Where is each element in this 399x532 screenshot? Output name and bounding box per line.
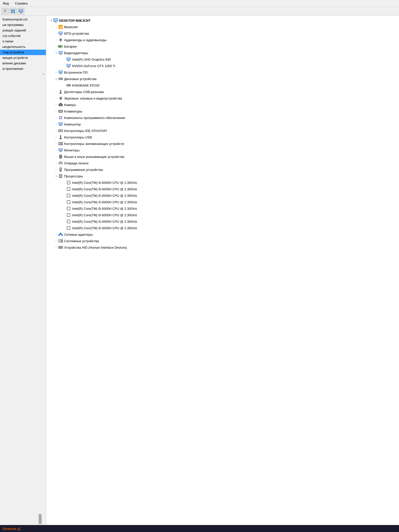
menu-vid[interactable]: Вид <box>2 1 10 6</box>
computer-expander[interactable]: › <box>54 122 58 126</box>
help-button[interactable]: ? <box>1 8 8 14</box>
tree-item-usb-hub[interactable]: › Диспетчеры USB-разъема <box>48 89 397 95</box>
hid-label: Устройства HID (Human Interface Devices) <box>64 246 127 249</box>
mtd-expander[interactable]: › <box>54 31 58 35</box>
tree-item-usb-ctrl[interactable]: › Контроллеры USB <box>48 134 397 140</box>
display-expander[interactable]: ∨ <box>54 51 58 55</box>
cpu-3-icon <box>66 200 71 205</box>
sidebar-item-devmanager[interactable]: тчер устройств <box>0 50 46 55</box>
cpu-6-expander <box>62 219 66 223</box>
computer-button[interactable] <box>17 8 24 14</box>
tree-item-battery[interactable]: › Батареи <box>48 43 397 50</box>
disk-icon <box>58 76 63 81</box>
sidebar-item-computer[interactable]: Компьютером (лс <box>0 17 46 22</box>
firmware-expander[interactable]: › <box>54 70 58 74</box>
tree-item-camera[interactable]: › Камеры <box>48 102 397 108</box>
tree-item-cpu-1[interactable]: Intel(R) Core(TM) i5-8300H CPU @ 2.30GHz <box>48 186 397 192</box>
svg-rect-57 <box>60 111 62 112</box>
audio-expander[interactable]: › <box>54 38 58 42</box>
tree-item-keyboard[interactable]: › Клавиатуры <box>48 108 397 114</box>
usb-ctrl-expander[interactable]: › <box>54 135 58 139</box>
svg-rect-77 <box>59 149 62 151</box>
tree-item-mouse[interactable]: › Мыши и иные указывающие устройства <box>48 153 397 160</box>
sidebar-expand-arrow[interactable]: > <box>0 72 46 77</box>
tree-item-hid[interactable]: › Устройства HID (Human Interface Device… <box>48 244 397 251</box>
svg-rect-97 <box>67 181 70 184</box>
svg-rect-22 <box>60 54 61 54</box>
bluetooth-expander[interactable]: › <box>54 25 58 29</box>
svg-rect-7 <box>20 13 22 13</box>
sound-expander[interactable]: › <box>54 96 58 100</box>
sidebar: Компьютером (лс ые программы ровщик зада… <box>0 16 46 525</box>
tree-item-bluetooth[interactable]: › 📶 Bluetooth <box>48 24 397 30</box>
tree-item-disk[interactable]: ∨ Дисковые устройства <box>48 76 397 82</box>
print-expander[interactable]: › <box>54 161 58 165</box>
disk-expander[interactable]: ∨ <box>54 77 58 81</box>
tree-item-monitors[interactable]: › Мониторы <box>48 147 397 153</box>
battery-expander[interactable]: › <box>54 44 58 48</box>
svg-rect-18 <box>59 46 61 47</box>
tree-item-prog-devices[interactable]: › Программные устройства <box>48 166 397 173</box>
tree-item-cpu-0[interactable]: Intel(R) Core(TM) i5-8300H CPU @ 2.30GHz <box>48 179 397 186</box>
usb-ctrl-icon <box>58 135 63 140</box>
system-expander[interactable]: › <box>54 239 58 243</box>
toolbar: ? <box>0 7 399 16</box>
hid-expander[interactable]: › <box>54 245 58 249</box>
components-expander[interactable]: › <box>54 116 58 120</box>
tree-item-system[interactable]: › Системные устройства <box>48 238 397 244</box>
sidebar-item-performance[interactable]: ьводительность <box>0 44 46 50</box>
keyboard-label: Клавиатуры <box>64 109 82 113</box>
tree-root-node[interactable]: ∨ DESKTOP-B0EJCNT <box>48 17 397 24</box>
tree-item-cpu-6[interactable]: Intel(R) Core(TM) i5-8300H CPU @ 2.30GHz <box>48 218 397 225</box>
sidebar-item-events[interactable]: отр событий <box>0 33 46 39</box>
keyboard-expander[interactable]: › <box>54 109 58 113</box>
sidebar-item-devices[interactable]: яющие устройств <box>0 55 46 61</box>
ide-expander[interactable]: › <box>54 129 58 133</box>
tree-item-cpu-4[interactable]: Intel(R) Core(TM) i5-8300H CPU @ 2.30GHz <box>48 205 397 212</box>
usb-hub-expander[interactable]: › <box>54 90 58 94</box>
tree-item-network[interactable]: › Сетевые адаптеры <box>48 231 397 238</box>
tree-item-audio[interactable]: › Аудиовходы и аудиовыходы <box>48 37 397 43</box>
tree-item-mtd[interactable]: › MTD-устройства <box>48 30 397 37</box>
tree-item-computer[interactable]: › Компьютер <box>48 121 397 127</box>
tree-item-cpu-7[interactable]: Intel(R) Core(TM) i5-8300H CPU @ 2.30GHz <box>48 225 397 231</box>
svg-rect-107 <box>61 234 63 236</box>
tree-item-nvidia[interactable]: NVIDIA GeForce GTX 1050 Ti <box>48 63 397 69</box>
svg-point-42 <box>69 85 70 86</box>
tree-item-intel-uhd[interactable]: Intel(R) UHD Graphics 630 <box>48 56 397 63</box>
mouse-expander[interactable]: › <box>54 155 58 159</box>
sound-label: Звуковые, игровые и видеоустройства <box>64 97 122 100</box>
root-expander[interactable]: ∨ <box>49 18 53 22</box>
sidebar-item-disks[interactable]: вление дисками <box>0 61 46 66</box>
tree-item-sound[interactable]: › Звуковые, игровые и видеоустройства <box>48 95 397 102</box>
sidebar-item-apps[interactable]: м приложения <box>0 66 46 72</box>
processors-expander[interactable]: ∨ <box>54 174 58 178</box>
menu-spravka[interactable]: Справка <box>14 1 29 6</box>
sidebar-item-programs[interactable]: ые программы <box>0 22 46 28</box>
svg-rect-119 <box>60 247 61 247</box>
tree-item-processors[interactable]: ∨ Процессоры <box>48 173 397 179</box>
tree-item-cpu-3[interactable]: Intel(R) Core(TM) i5-8300H CPU @ 2.30GHz <box>48 199 397 205</box>
tree-item-kingbank[interactable]: KINGBANK KP230 <box>48 82 397 89</box>
intel-uhd-icon <box>66 57 71 62</box>
sidebar-item-tasks[interactable]: ровщик заданий <box>0 28 46 33</box>
network-expander[interactable]: › <box>54 232 58 236</box>
view-button[interactable] <box>9 8 16 14</box>
tree-item-cpu-2[interactable]: Intel(R) Core(TM) i5-8300H CPU @ 2.30GHz <box>48 192 397 199</box>
camera-expander[interactable]: › <box>54 103 58 107</box>
tree-item-cpu-5[interactable]: Intel(R) Core(TM) i5-8300H CPU @ 2.30GHz <box>48 212 397 218</box>
tree-item-components[interactable]: › Компоненты программного обеспечения <box>48 114 397 121</box>
monitors-expander[interactable]: › <box>54 148 58 152</box>
tree-item-firmware[interactable]: › Встроенное ПО <box>48 69 397 76</box>
prog-devices-expander[interactable]: › <box>54 168 58 172</box>
sidebar-item-folders[interactable]: е папки <box>0 39 46 44</box>
tree-item-print[interactable]: › Очереди печати <box>48 160 397 166</box>
svg-rect-9 <box>54 19 58 21</box>
tree-item-display[interactable]: ∨ Видеоадаптеры <box>48 50 397 56</box>
root-label: DESKTOP-B0EJCNT <box>59 19 91 22</box>
tree-item-storage-ctrl[interactable]: › Контроллеры запоминающих устройств <box>48 140 397 147</box>
cpu-5-icon <box>66 213 71 217</box>
sidebar-scrollbar[interactable] <box>39 514 42 524</box>
storage-ctrl-expander[interactable]: › <box>54 142 58 146</box>
tree-item-ide[interactable]: › Контроллеры IDE ATA/ATAPI <box>48 127 397 134</box>
